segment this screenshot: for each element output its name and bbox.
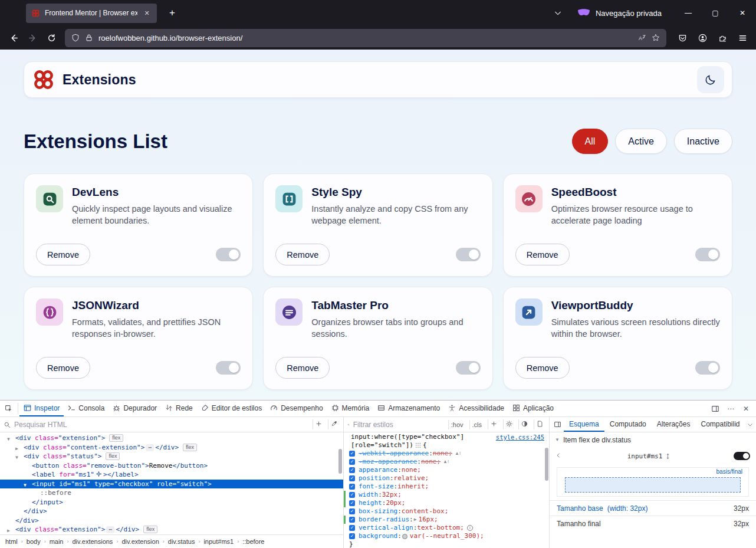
declaration-checkbox[interactable]: ✓ <box>349 492 355 498</box>
class-toggle-button[interactable]: .cls <box>469 420 485 429</box>
remove-button[interactable]: Remove <box>515 357 570 379</box>
list-tabs-chevron-icon[interactable] <box>554 9 562 17</box>
window-close-button[interactable]: ✕ <box>729 0 756 26</box>
devtools-tab-storage[interactable]: Armazenamento <box>373 401 444 416</box>
declaration-checkbox[interactable]: ✓ <box>349 533 355 539</box>
filter-all-button[interactable]: All <box>572 129 609 154</box>
markup-node[interactable]: </div> <box>0 507 343 516</box>
breadcrumb-item[interactable]: body <box>25 537 42 546</box>
new-tab-button[interactable]: + <box>164 7 180 19</box>
base-size-label[interactable]: Tamanho base <box>557 504 603 513</box>
forward-button[interactable] <box>24 29 41 47</box>
translate-icon[interactable]: A <box>638 34 646 42</box>
declaration-checkbox[interactable]: ✓ <box>349 451 355 457</box>
light-theme-sim-icon[interactable] <box>503 419 515 429</box>
dock-side-icon[interactable] <box>708 402 723 416</box>
markup-node[interactable]: </div> <box>0 516 343 526</box>
breadcrumb-item[interactable]: div.extension <box>120 537 160 546</box>
sidebar-tab-esquema[interactable]: Esquema <box>564 417 604 432</box>
theme-toggle-button[interactable] <box>697 66 724 93</box>
declaration-checkbox[interactable]: ✓ <box>349 484 355 490</box>
markup-node[interactable]: ▼<div class="extension">flex <box>0 434 343 443</box>
print-sim-icon[interactable] <box>534 419 545 429</box>
account-icon[interactable] <box>693 29 711 47</box>
selector-highlighter-icon[interactable] <box>415 442 421 448</box>
extension-toggle[interactable] <box>216 248 241 261</box>
pick-element-button[interactable] <box>0 401 17 416</box>
css-declaration[interactable]: ✓appearance: none; <box>344 466 549 474</box>
remove-button[interactable]: Remove <box>275 244 330 265</box>
markup-node[interactable]: ▶<div class="content-extension">⋯</div>f… <box>0 443 343 452</box>
markup-node[interactable]: ▼<div class="status">flex <box>0 452 343 461</box>
devtools-tab-accessibility[interactable]: Acessibilidade <box>444 401 508 416</box>
expand-inline-button[interactable]: ⋯ <box>106 526 114 533</box>
back-button[interactable] <box>5 29 22 47</box>
devtools-tab-debugger[interactable]: Depurador <box>109 401 161 416</box>
css-declaration[interactable]: ✓-webkit-appearance: none;▲! <box>344 449 549 458</box>
markup-node[interactable]: <button class="remove-button">Remove</bu… <box>0 461 343 471</box>
declaration-checkbox[interactable]: ✓ <box>349 517 355 523</box>
breadcrumb-item[interactable]: div.status <box>166 537 197 546</box>
extensions-puzzle-icon[interactable] <box>714 29 731 47</box>
flex-badge[interactable]: flex <box>143 526 157 533</box>
extension-toggle[interactable] <box>456 248 481 261</box>
markup-node[interactable]: ::before <box>0 488 343 498</box>
breadcrumb-item[interactable]: html <box>4 537 19 546</box>
eyedropper-icon[interactable] <box>328 419 340 429</box>
pocket-icon[interactable] <box>673 29 691 47</box>
new-rule-button[interactable] <box>488 419 499 429</box>
remove-button[interactable]: Remove <box>275 357 330 379</box>
breadcrumb-item[interactable]: main <box>48 537 65 546</box>
css-declaration[interactable]: ✓height: 20px; <box>344 499 549 507</box>
devtools-tab-style-editor[interactable]: Editor de estilos <box>197 401 266 416</box>
filter-inactive-button[interactable]: Inactive <box>674 129 732 154</box>
tab-overflow-chevron-icon[interactable] <box>745 417 755 432</box>
breadcrumb-item[interactable]: ::before <box>241 537 266 546</box>
info-icon[interactable]: i <box>467 525 473 531</box>
jump-to-element-icon[interactable] <box>96 471 102 477</box>
window-minimize-button[interactable]: — <box>675 0 702 26</box>
sidebar-tab-alterações[interactable]: Alterações <box>652 417 696 432</box>
chevron-left-icon[interactable] <box>556 452 565 460</box>
browser-tab[interactable]: Frontend Mentor | Browser exte ✕ <box>26 4 157 23</box>
flex-badge[interactable]: flex <box>183 444 197 451</box>
bookmark-star-icon[interactable] <box>652 34 660 42</box>
flex-highlight-toggle[interactable] <box>734 452 750 460</box>
devtools-tab-console[interactable]: Consola <box>64 401 109 416</box>
declaration-checkbox[interactable]: ✓ <box>349 500 355 506</box>
declaration-checkbox[interactable]: ✓ <box>349 508 355 514</box>
extension-toggle[interactable] <box>216 361 241 375</box>
breadcrumb-item[interactable]: div.extensions <box>70 537 114 546</box>
expand-inline-button[interactable]: ⋯ <box>146 444 154 451</box>
style-filter-input[interactable] <box>353 421 445 429</box>
url-bar[interactable]: roelofwobben.github.io/browser-extension… <box>65 29 666 47</box>
sidebar-tab-computado[interactable]: Computado <box>604 417 652 432</box>
css-declaration[interactable]: ✓vertical-align: text-bottom;i <box>344 524 549 532</box>
devtools-close-icon[interactable]: ✕ <box>738 402 754 416</box>
devtools-tab-performance[interactable]: Desempenho <box>266 401 327 416</box>
breadcrumb-item[interactable]: input#ms1 <box>202 537 235 546</box>
declaration-checkbox[interactable]: ✓ <box>349 525 355 531</box>
tracking-shield-icon[interactable] <box>71 34 80 42</box>
menu-hamburger-icon[interactable] <box>734 29 751 47</box>
tab-close-icon[interactable]: ✕ <box>142 9 152 17</box>
declaration-checkbox[interactable]: ✓ <box>349 475 355 481</box>
flex-badge[interactable]: flex <box>106 452 120 460</box>
devtools-tab-inspector[interactable]: Inspetor <box>19 401 64 416</box>
rule-source-link[interactable]: style.css:245 <box>496 433 544 441</box>
css-declaration[interactable]: ✓background: var(--neutral_300); <box>344 532 549 540</box>
sidebar-toggle-icon[interactable] <box>551 417 564 432</box>
markup-node[interactable]: <label for="ms1"></label> <box>0 470 343 480</box>
add-node-button[interactable] <box>313 419 324 429</box>
flex-item-section-header[interactable]: ▼ Item flex de div.status <box>550 432 756 447</box>
css-declaration[interactable]: ✓font-size: inherit; <box>344 483 549 491</box>
devtools-tab-memory[interactable]: Memória <box>327 401 374 416</box>
markup-node[interactable]: ▼<input id="ms1" type="checkbox" role="s… <box>0 480 343 489</box>
meatball-menu-icon[interactable]: ⋯ <box>723 402 738 416</box>
css-declaration[interactable]: ✓-moz-appearance: none;▲! <box>344 458 549 466</box>
expand-longhand-icon[interactable]: ▶ <box>414 516 417 524</box>
css-declaration[interactable]: ✓width: 32px; <box>344 491 549 499</box>
pseudo-class-button[interactable]: :hov <box>448 420 466 429</box>
extension-toggle[interactable] <box>456 361 481 375</box>
declaration-checkbox[interactable]: ✓ <box>349 459 355 465</box>
